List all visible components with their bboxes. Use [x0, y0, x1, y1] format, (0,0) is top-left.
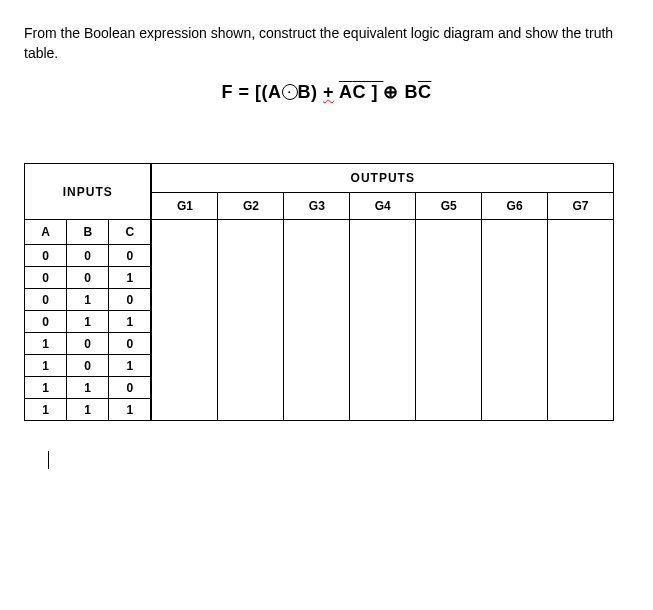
cell-b: 0 — [67, 333, 109, 355]
expr-b: B — [399, 82, 418, 102]
instruction-text: From the Boolean expression shown, const… — [24, 24, 629, 63]
cell-b: 1 — [67, 289, 109, 311]
col-g6: G6 — [482, 193, 548, 220]
cell-b: 0 — [67, 267, 109, 289]
cell-a: 0 — [25, 289, 67, 311]
col-g7: G7 — [548, 193, 614, 220]
cell-c: 1 — [109, 355, 152, 377]
cell-a: 1 — [25, 355, 67, 377]
cell-b: 1 — [67, 377, 109, 399]
col-a: A — [25, 220, 67, 245]
cell-a: 1 — [25, 333, 67, 355]
cell-c: 0 — [109, 245, 152, 267]
col-g4: G4 — [350, 193, 416, 220]
cell-a: 1 — [25, 399, 67, 421]
cell-a: 0 — [25, 245, 67, 267]
cell-c: 0 — [109, 289, 152, 311]
col-g1: G1 — [151, 193, 217, 220]
outputs-header: OUTPUTS — [151, 164, 613, 193]
cell-c: 0 — [109, 333, 152, 355]
col-c: C — [109, 220, 152, 245]
text-cursor-icon — [48, 451, 51, 469]
col-g5: G5 — [416, 193, 482, 220]
expr-c: C ] — [352, 82, 383, 102]
expr-a-bar: A — [339, 82, 353, 102]
cell-b: 1 — [67, 311, 109, 333]
cell-b: 0 — [67, 355, 109, 377]
xnor-icon: · — [282, 84, 298, 100]
cell-a: 0 — [25, 267, 67, 289]
cell-c: 1 — [109, 399, 152, 421]
cell-c: 1 — [109, 311, 152, 333]
inputs-header: INPUTS — [25, 164, 152, 220]
cell-c: 0 — [109, 377, 152, 399]
expr-prefix: F = [(A — [222, 82, 282, 102]
boolean-expression: F = [(A·B) + AC ] ⊕ BC — [24, 81, 629, 103]
cell-a: 1 — [25, 377, 67, 399]
col-g3: G3 — [284, 193, 350, 220]
cell-b: 0 — [67, 245, 109, 267]
cell-a: 0 — [25, 311, 67, 333]
col-g2: G2 — [218, 193, 284, 220]
cell-c: 1 — [109, 267, 152, 289]
truth-table: INPUTS OUTPUTS G1 G2 G3 G4 G5 G6 G7 A B … — [24, 163, 614, 421]
xor-icon: ⊕ — [383, 82, 399, 102]
col-b: B — [67, 220, 109, 245]
expr-after-xor: B) — [298, 82, 324, 102]
expr-c-bar: C — [418, 82, 432, 102]
cell-b: 1 — [67, 399, 109, 421]
expr-plus: + — [323, 82, 334, 102]
